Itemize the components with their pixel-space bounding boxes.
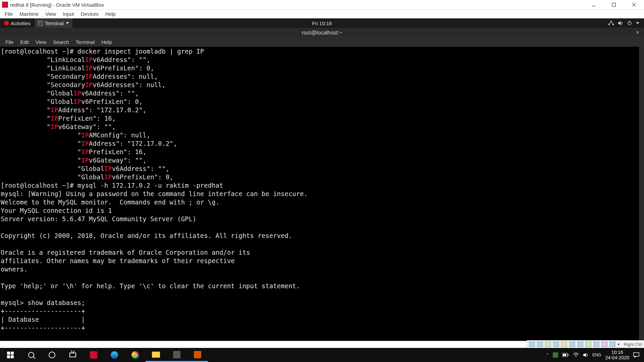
term-menu-edit[interactable]: Edit — [17, 39, 32, 46]
language-indicator[interactable]: ENG — [592, 353, 601, 357]
svg-rect-19 — [634, 353, 639, 356]
svg-point-17 — [576, 356, 577, 357]
virtualbox-titlebar[interactable]: redhat 8 [Running] - Oracle VM VirtualBo… — [0, 0, 644, 10]
windows-date: 24-04-2020 — [605, 355, 629, 360]
app-icon — [194, 351, 201, 358]
windows-taskbar: ˄ ENG 10:16 24-04-2020 — [0, 348, 644, 362]
app-menu-label: Terminal — [45, 20, 64, 26]
vb-hdd-icon[interactable] — [529, 342, 535, 347]
taskbar-app-explorer[interactable] — [146, 348, 166, 362]
svg-rect-6 — [612, 24, 614, 25]
terminal-body[interactable]: [root@localhost ~]# docker inspect jooml… — [0, 47, 644, 341]
activities-button[interactable]: Activities — [0, 18, 35, 28]
close-button[interactable] — [624, 0, 644, 10]
virtualbox-icon — [173, 351, 180, 358]
action-center-icon[interactable] — [633, 352, 639, 358]
vb-menu-machine[interactable]: Machine — [16, 10, 42, 17]
mysql-table: +--------------------+ | Database | +---… — [1, 307, 85, 331]
vb-network-icon[interactable] — [553, 342, 559, 347]
vb-cpu-icon[interactable] — [593, 342, 599, 347]
svg-marker-18 — [583, 353, 586, 357]
task-view-icon — [69, 353, 76, 357]
virtualbox-icon — [2, 2, 8, 8]
vb-menu-view[interactable]: View — [42, 10, 59, 17]
chevron-down-icon[interactable]: ▾ — [618, 342, 620, 347]
vb-menu-input[interactable]: Input — [59, 10, 77, 17]
svg-marker-11 — [618, 21, 621, 25]
svg-rect-16 — [563, 354, 566, 356]
vb-mouse-icon[interactable] — [601, 342, 607, 347]
command: docker inspect joomladb | grep IP — [77, 48, 204, 55]
battery-icon[interactable] — [562, 353, 569, 357]
power-icon[interactable] — [627, 21, 632, 25]
svg-marker-20 — [635, 356, 636, 357]
command: mysql -h 172.17.0.2 -u raktim -predhat — [77, 182, 223, 189]
tray-app-icon[interactable] — [553, 352, 558, 358]
taskbar-app-chrome[interactable] — [125, 348, 146, 362]
vb-menu-devices[interactable]: Devices — [77, 10, 102, 17]
terminal-close-button[interactable]: × — [635, 30, 641, 36]
gnome-clock[interactable]: Fri 10:16 — [312, 20, 332, 26]
folder-icon — [152, 352, 160, 358]
volume-icon[interactable] — [583, 353, 588, 357]
virtualbox-window-title: redhat 8 [Running] - Oracle VM VirtualBo… — [10, 2, 104, 8]
chevron-down-icon — [66, 22, 69, 24]
taskbar-app-other[interactable] — [187, 348, 208, 362]
taskbar-app-virtualbox[interactable] — [166, 348, 187, 362]
network-icon[interactable] — [608, 21, 614, 25]
terminal-window-title: root@localhost:~ — [302, 30, 342, 36]
wifi-icon[interactable] — [573, 353, 579, 357]
app-menu-terminal[interactable]: Terminal — [35, 18, 72, 28]
prompt: [root@localhost ~]# — [1, 182, 77, 189]
term-menu-terminal[interactable]: Terminal — [72, 39, 98, 46]
activities-label: Activities — [11, 20, 31, 26]
virtualbox-menubar: File Machine View Input Devices Help — [0, 10, 644, 18]
term-menu-file[interactable]: File — [2, 39, 17, 46]
mysql-output: mysql: [Warning] Using a password on the… — [1, 190, 308, 290]
vb-audio-icon[interactable] — [545, 342, 551, 347]
volume-icon[interactable] — [618, 21, 623, 25]
terminal-scrollbar[interactable] — [639, 47, 644, 341]
svg-rect-4 — [610, 21, 612, 22]
svg-rect-5 — [608, 24, 610, 25]
chevron-down-icon — [636, 22, 639, 24]
redhat-icon — [4, 21, 9, 25]
term-menu-search[interactable]: Search — [50, 39, 72, 46]
term-menu-view[interactable]: View — [32, 39, 50, 46]
terminal-icon — [38, 21, 43, 25]
task-view-button[interactable] — [62, 348, 83, 362]
tray-expand-icon[interactable]: ˄ — [546, 353, 549, 358]
windows-time: 10:16 — [605, 350, 629, 355]
terminal-window-titlebar[interactable]: root@localhost:~ × — [0, 28, 644, 38]
mysql-command: show databases; — [28, 299, 85, 306]
cortana-icon — [49, 352, 55, 358]
term-menu-help[interactable]: Help — [98, 39, 115, 46]
prompt: [root@localhost ~]# — [1, 48, 77, 55]
windows-system-tray[interactable]: ˄ ENG 10:16 24-04-2020 — [542, 350, 644, 360]
vb-optical-icon[interactable] — [537, 342, 543, 347]
svg-rect-1 — [612, 3, 615, 6]
vb-shared-folder-icon[interactable] — [569, 342, 575, 347]
vb-keyboard-icon[interactable] — [609, 342, 615, 347]
maximize-button[interactable] — [604, 0, 624, 10]
taskbar-app-redhat[interactable] — [83, 348, 104, 362]
gnome-topbar: Activities Terminal Fri 10:16 — [0, 18, 644, 28]
vb-menu-help[interactable]: Help — [102, 10, 119, 17]
vb-menu-file[interactable]: File — [1, 10, 16, 17]
gnome-system-tray[interactable] — [608, 21, 644, 25]
search-icon — [28, 352, 34, 358]
virtualbox-status-bar: ▾ Right Ctrl — [527, 340, 644, 348]
search-button[interactable] — [21, 348, 42, 362]
cortana-button[interactable] — [42, 348, 62, 362]
vb-recording-icon[interactable] — [585, 342, 591, 347]
terminal-menubar: File Edit View Search Terminal Help — [0, 38, 644, 47]
windows-clock[interactable]: 10:16 24-04-2020 — [605, 350, 629, 360]
svg-rect-15 — [568, 354, 569, 356]
vb-usb-icon[interactable] — [561, 342, 567, 347]
minimize-button[interactable] — [584, 0, 604, 10]
vb-display-icon[interactable] — [577, 342, 583, 347]
edge-icon — [111, 351, 118, 359]
vb-hostkey-label[interactable]: Right Ctrl — [624, 342, 642, 347]
taskbar-app-edge[interactable] — [104, 348, 125, 362]
start-button[interactable] — [0, 348, 21, 362]
